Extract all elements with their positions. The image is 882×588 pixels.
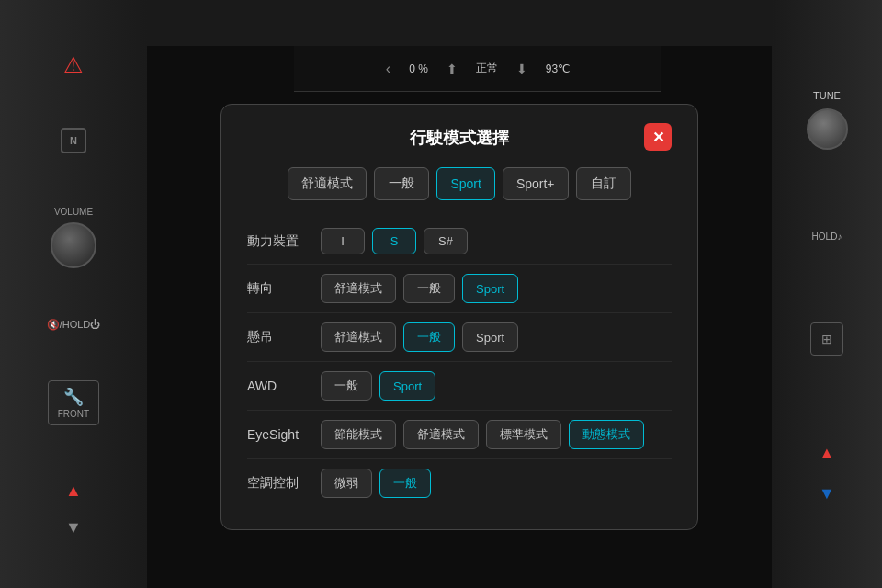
percent-display: 0 % (409, 62, 428, 75)
power-opt-I[interactable]: I (321, 228, 365, 254)
ac-setting-row: 空調控制 微弱 一般 (247, 459, 672, 507)
back-arrow[interactable]: ‹ (386, 61, 390, 77)
eyesight-setting-row: EyeSight 節能模式 舒適模式 標準模式 動態模式 (247, 411, 672, 459)
warning-icon: ⚠ (63, 52, 84, 78)
left-down-button[interactable]: ▼ (57, 512, 90, 545)
awd-opt-normal[interactable]: 一般 (321, 371, 372, 401)
mode-btn-sport[interactable]: Sport (436, 167, 494, 200)
drive-mode-modal: 行駛模式選擇 ✕ 舒適模式 一般 Sport Sport+ 自訂 動力裝置 I … (220, 104, 698, 530)
power-label: 動力裝置 (247, 233, 321, 250)
awd-setting-row: AWD 一般 Sport (247, 362, 672, 411)
suspension-options: 舒適模式 一般 Sport (321, 322, 518, 352)
hold-label: HOLD♪ (812, 232, 842, 242)
power-setting-row: 動力裝置 I S S# (247, 219, 672, 265)
eyesight-options: 節能模式 舒適模式 標準模式 動態模式 (321, 420, 644, 449)
awd-options: 一般 Sport (321, 371, 435, 401)
steering-setting-row: 轉向 舒適模式 一般 Sport (247, 265, 672, 313)
ac-options: 微弱 一般 (321, 469, 431, 498)
ac-label: 空調控制 (247, 475, 321, 492)
front-button[interactable]: 🔧 FRONT (48, 380, 99, 425)
modal-header: 行駛模式選擇 ✕ (247, 127, 672, 149)
nfc-icon: N (61, 128, 86, 153)
suspension-opt-comfortable[interactable]: 舒適模式 (321, 322, 396, 352)
mode-btn-custom[interactable]: 自訂 (576, 167, 631, 200)
main-screen: ‹ 0 % ⬆ 正常 ⬇ 93℃ 行駛模式選擇 ✕ 舒適模式 一般 Sport … (147, 46, 772, 588)
power-options: I S S# (321, 228, 468, 254)
left-up-button[interactable]: ▲ (57, 475, 90, 508)
eyesight-opt-standard[interactable]: 標準模式 (486, 420, 561, 449)
mode-btn-sport-plus[interactable]: Sport+ (503, 167, 569, 200)
steering-options: 舒適模式 一般 Sport (321, 274, 518, 303)
ac-opt-normal[interactable]: 一般 (379, 469, 431, 498)
awd-label: AWD (247, 379, 321, 393)
right-down-button[interactable]: ▼ (810, 478, 843, 511)
power-opt-S[interactable]: S (372, 228, 416, 254)
suspension-opt-normal[interactable]: 一般 (403, 322, 455, 352)
eyesight-label: EyeSight (247, 427, 321, 442)
right-up-button[interactable]: ▲ (810, 437, 843, 470)
modal-title: 行駛模式選擇 (410, 127, 509, 149)
eyesight-opt-eco[interactable]: 節能模式 (321, 420, 396, 449)
mode-btn-comfortable[interactable]: 舒適模式 (288, 167, 367, 200)
upload-icon: ⬆ (447, 62, 458, 76)
volume-label: VOLUME (54, 207, 93, 217)
volume-knob[interactable] (51, 222, 96, 268)
download-icon: ⬇ (516, 62, 527, 76)
grid-icon[interactable]: ⊞ (810, 322, 843, 356)
close-button[interactable]: ✕ (644, 123, 672, 151)
top-bar: ‹ 0 % ⬆ 正常 ⬇ 93℃ (294, 46, 662, 92)
mute-label: 🔇/HOLD⏻ (47, 319, 101, 331)
status-display: 正常 (476, 61, 498, 76)
right-panel: TUNE HOLD♪ ⊞ ▲ ▼ (772, 0, 882, 588)
left-panel: ⚠ N VOLUME 🔇/HOLD⏻ 🔧 FRONT ▲ ▼ (0, 0, 147, 588)
tune-label: TUNE (813, 90, 841, 101)
suspension-setting-row: 懸吊 舒適模式 一般 Sport (247, 313, 672, 362)
steering-opt-comfortable[interactable]: 舒適模式 (321, 274, 396, 303)
power-opt-S#[interactable]: S# (424, 228, 468, 254)
suspension-opt-sport[interactable]: Sport (462, 322, 518, 352)
temp-display: 93℃ (546, 62, 570, 75)
eyesight-opt-dynamic[interactable]: 動態模式 (569, 420, 644, 449)
awd-opt-sport[interactable]: Sport (379, 371, 435, 401)
steering-label: 轉向 (247, 280, 321, 297)
suspension-label: 懸吊 (247, 329, 321, 345)
eyesight-opt-comfortable[interactable]: 舒適模式 (403, 420, 479, 449)
steering-opt-normal[interactable]: 一般 (403, 274, 455, 303)
tune-knob[interactable] (807, 108, 848, 150)
mode-btn-normal[interactable]: 一般 (374, 167, 429, 200)
mode-buttons-row: 舒適模式 一般 Sport Sport+ 自訂 (247, 167, 672, 200)
ac-opt-weak[interactable]: 微弱 (321, 469, 372, 498)
steering-opt-sport[interactable]: Sport (462, 274, 518, 303)
